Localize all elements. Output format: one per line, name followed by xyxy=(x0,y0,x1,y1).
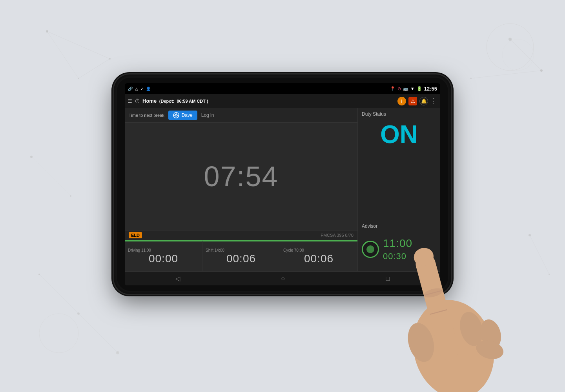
recents-button[interactable]: □ xyxy=(380,274,396,284)
svg-point-13 xyxy=(116,351,119,354)
svg-line-20 xyxy=(31,157,71,196)
warning-triangle-icon: ⚠ xyxy=(411,98,415,104)
svg-line-16 xyxy=(78,59,110,78)
warning-icon: △ xyxy=(135,87,138,91)
depot-info: (Depot: 06:59 AM CDT ) xyxy=(158,99,208,103)
app-bar-left: ☰ ⏱ Home (Depot: 06:59 AM CDT ) xyxy=(128,98,397,104)
driving-stat[interactable]: Driving 11:00 00:00 xyxy=(125,240,202,271)
shift-stat[interactable]: Shift 14:00 00:06 xyxy=(202,240,280,271)
driving-label: Driving 11:00 xyxy=(126,248,151,252)
advisor-time-main: 11:00 xyxy=(383,237,412,250)
advisor-time-secondary: 00:30 xyxy=(383,251,412,261)
svg-point-37 xyxy=(404,320,438,365)
advisor-content: 11:00 00:30 xyxy=(362,230,436,268)
status-bar-right: 📍 ⊖ 🚌 ▼ 🔋 12:55 xyxy=(390,86,437,92)
svg-line-22 xyxy=(39,274,78,314)
svg-point-32 xyxy=(402,291,505,392)
battery-icon: 🔋 xyxy=(417,86,422,91)
bus-icon: 🚌 xyxy=(403,86,408,91)
nav-bar: ◁ ○ □ xyxy=(125,271,440,285)
duty-status-value: ON xyxy=(362,120,436,149)
depot-label: (Depot: xyxy=(159,99,175,103)
login-button[interactable]: Log in xyxy=(201,113,214,118)
status-bar: 🔗 △ ✓ 👤 📍 ⊖ 🚌 ▼ 🔋 12:55 xyxy=(125,83,440,94)
right-panel: Duty Status ON Advisor 11:00 00:30 xyxy=(358,108,440,271)
duty-status-panel[interactable]: Duty Status ON xyxy=(358,108,440,220)
svg-point-24 xyxy=(487,24,534,71)
svg-point-9 xyxy=(529,234,531,236)
circle-minus-icon: ⊖ xyxy=(397,86,401,91)
shift-label: Shift 14:00 xyxy=(204,248,224,252)
clock-icon: ⏱ xyxy=(135,98,140,104)
advisor-icon-circle xyxy=(362,241,379,258)
svg-point-2 xyxy=(109,58,111,60)
time-to-break-label: Time to next break xyxy=(129,113,164,118)
driver-bar: Time to next break Dave Log in xyxy=(125,108,357,123)
home-button[interactable]: ○ xyxy=(275,274,291,284)
svg-point-12 xyxy=(77,312,80,315)
svg-point-28 xyxy=(175,114,177,116)
status-bar-left: 🔗 △ ✓ 👤 xyxy=(128,87,151,91)
steering-wheel-icon xyxy=(173,112,179,118)
svg-line-35 xyxy=(430,310,447,314)
svg-line-15 xyxy=(47,31,110,59)
shift-value: 00:06 xyxy=(226,252,256,265)
fmcsa-label: FMCSA 395 8/70 xyxy=(321,233,354,238)
eld-badge: ELD xyxy=(129,232,142,238)
svg-point-5 xyxy=(540,69,543,72)
warning-button[interactable]: ⚠ xyxy=(408,97,417,105)
svg-point-26 xyxy=(39,314,78,353)
tablet-device: 🔗 △ ✓ 👤 📍 ⊖ 🚌 ▼ 🔋 12:55 ☰ ⏱ Home xyxy=(114,74,451,294)
svg-point-40 xyxy=(474,338,505,362)
check-circle-icon: ✓ xyxy=(140,87,144,91)
svg-point-11 xyxy=(38,274,40,275)
info-button[interactable]: i xyxy=(397,97,406,105)
cycle-stat[interactable]: Cycle 70:00 00:06 xyxy=(280,240,357,271)
location-pin-icon: 📍 xyxy=(390,86,396,91)
svg-point-1 xyxy=(46,30,48,33)
bell-icon: 🔔 xyxy=(421,98,427,104)
svg-point-25 xyxy=(502,39,534,71)
svg-point-3 xyxy=(78,78,79,79)
driver-name: Dave xyxy=(182,113,193,118)
advisor-times: 11:00 00:30 xyxy=(383,237,412,261)
advisor-label: Advisor xyxy=(362,223,436,229)
duty-status-label: Duty Status xyxy=(362,111,386,117)
depot-time: 06:59 AM CDT xyxy=(177,99,206,103)
eld-bar: ELD FMCSA 395 8/70 xyxy=(125,230,357,240)
app-bar-title: Home (Depot: 06:59 AM CDT ) xyxy=(142,98,208,104)
status-time: 12:55 xyxy=(424,86,437,92)
app-bar: ☰ ⏱ Home (Depot: 06:59 AM CDT ) i ⚠ xyxy=(125,94,440,108)
svg-point-14 xyxy=(430,352,433,354)
stats-row: Driving 11:00 00:00 Shift 14:00 00:06 Cy… xyxy=(125,240,357,271)
cycle-label: Cycle 70:00 xyxy=(282,248,304,252)
hamburger-menu-icon[interactable]: ☰ xyxy=(128,98,132,104)
bell-button[interactable]: 🔔 xyxy=(419,97,428,105)
svg-point-7 xyxy=(30,156,33,158)
svg-point-6 xyxy=(470,78,472,79)
driver-button[interactable]: Dave xyxy=(168,111,197,120)
cycle-value: 00:06 xyxy=(304,252,334,265)
device-screen: 🔗 △ ✓ 👤 📍 ⊖ 🚌 ▼ 🔋 12:55 ☰ ⏱ Home xyxy=(125,83,440,285)
advisor-status-icon xyxy=(366,245,374,253)
home-label: Home xyxy=(142,98,157,104)
svg-point-8 xyxy=(70,195,71,197)
advisor-panel[interactable]: Advisor 11:00 00:30 xyxy=(358,220,440,271)
more-options-button[interactable]: ⋮ xyxy=(430,97,437,105)
driving-value: 00:00 xyxy=(149,252,178,265)
link-icon: 🔗 xyxy=(128,87,133,91)
main-timer-display: 07:54 xyxy=(204,160,278,192)
svg-point-38 xyxy=(456,309,487,348)
timer-area: 07:54 xyxy=(125,123,357,230)
left-panel: Time to next break Dave Log in xyxy=(125,108,358,271)
main-content: Time to next break Dave Log in xyxy=(125,108,440,271)
svg-line-17 xyxy=(47,31,78,78)
svg-point-39 xyxy=(477,317,504,351)
wifi-icon: ▼ xyxy=(410,86,415,91)
back-button[interactable]: ◁ xyxy=(169,273,186,284)
user-icon: 👤 xyxy=(146,87,151,91)
svg-line-21 xyxy=(530,235,549,274)
app-bar-right: i ⚠ 🔔 ⋮ xyxy=(397,97,437,105)
svg-point-10 xyxy=(549,274,550,275)
svg-line-19 xyxy=(471,71,541,78)
